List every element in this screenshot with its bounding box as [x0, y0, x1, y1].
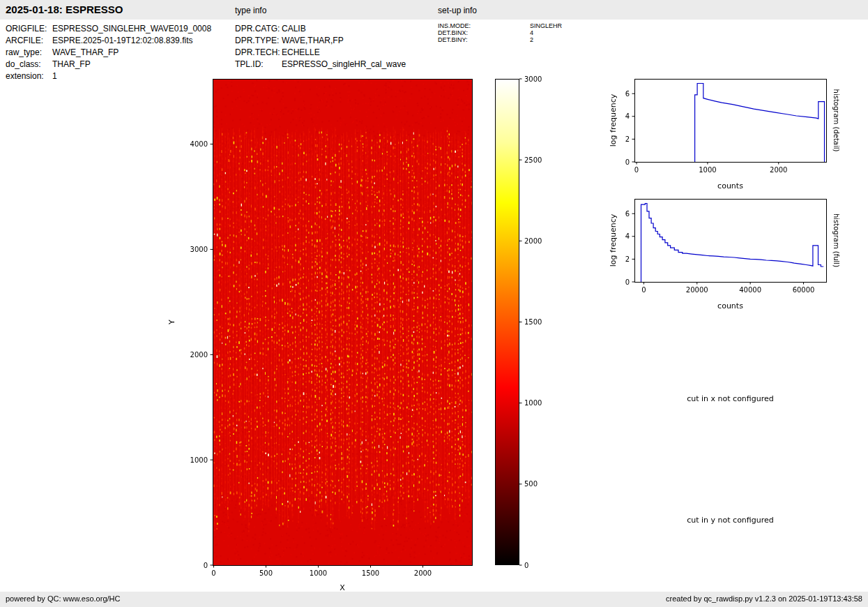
hist_full-x-tick-label: 0 — [641, 286, 646, 294]
hist_full-x-axis-label: counts — [717, 301, 743, 310]
file-info-block: ORIGFILE:ESPRESSO_SINGLEHR_WAVE019_0008 … — [6, 23, 211, 82]
hist_detail-right-label: histogram (detail) — [832, 89, 840, 152]
hist_detail-x-tick-label: 2000 — [770, 166, 787, 174]
header-bar: 2025-01-18: ESPRESSO type info set-up in… — [0, 0, 868, 20]
field-label: ARCFILE: — [6, 35, 52, 47]
type-info-row: TPL.ID:ESPRESSO_singleHR_cal_wave — [235, 59, 406, 70]
hist_full-right-label: histogram (full) — [832, 213, 840, 267]
setup-info-heading: set-up info — [438, 6, 477, 15]
hist_detail-line — [695, 84, 825, 163]
hist_full-y-tick-label: 0 — [625, 278, 630, 286]
hist_detail-frame — [635, 80, 827, 163]
raw_image-y-axis-label: Y — [167, 320, 176, 325]
cut-x-message: cut in x not configured — [634, 394, 826, 403]
raw_image-x-tick-label: 2000 — [414, 569, 432, 577]
field-label: DET.BINX: — [438, 29, 530, 36]
setup-info-row: DET.BINY:2 — [438, 36, 562, 43]
field-value: 4 — [530, 29, 533, 36]
field-label: raw_type: — [6, 47, 52, 59]
field-value: SINGLEHR — [530, 22, 562, 29]
footer-right: created by qc_rawdisp.py v1.2.3 on 2025-… — [666, 594, 862, 603]
hist_full-y-axis-label: log frequency — [609, 213, 618, 267]
colorbar-tick-label: 1500 — [524, 318, 542, 326]
field-value: CALIB — [282, 24, 306, 33]
field-label: DPR.TECH: — [235, 47, 282, 59]
field-value: 2 — [530, 36, 533, 43]
hist_full-x-tick-label: 20000 — [686, 286, 708, 294]
hist_full-frame — [635, 200, 827, 283]
field-value: WAVE,THAR,FP — [282, 36, 344, 45]
colorbar — [495, 79, 519, 565]
raw_image-y-tick-label: 3000 — [190, 246, 208, 253]
hist_full-y-tick-label: 6 — [625, 210, 630, 218]
field-label: DPR.TYPE: — [235, 35, 282, 47]
colorbar-tick-label: 2000 — [524, 237, 542, 245]
type-info-row: DPR.CATG:CALIB — [235, 23, 406, 35]
colorbar-tick-label: 500 — [524, 480, 538, 488]
raw_image-y-tick-label: 1000 — [190, 456, 208, 464]
hist_detail-x-tick-label: 1000 — [699, 166, 716, 174]
hist_detail-y-tick-label: 4 — [625, 112, 630, 120]
hist_full-line — [641, 204, 824, 283]
file-info-row: ORIGFILE:ESPRESSO_SINGLEHR_WAVE019_0008 — [6, 23, 211, 35]
field-value: ESPRESSO_singleHR_cal_wave — [282, 59, 406, 69]
raw_image-y-tick-label: 2000 — [190, 351, 208, 359]
setup-info-row: DET.BINX:4 — [438, 29, 562, 36]
raw_image-y-tick-label: 0 — [204, 562, 208, 569]
hist_detail-x-axis-label: counts — [717, 181, 743, 190]
colorbar-tick-label: 3000 — [524, 75, 542, 83]
setup-info-row: INS.MODE:SINGLEHR — [438, 22, 562, 29]
hist_detail-y-axis-label: log frequency — [609, 93, 618, 147]
page-title: 2025-01-18: ESPRESSO — [6, 3, 123, 15]
raw_image-x-tick-label: 1500 — [362, 569, 379, 577]
field-value: 1 — [52, 71, 57, 81]
type-info-row: DPR.TECH:ECHELLE — [235, 47, 406, 59]
file-info-row: extension:1 — [6, 70, 211, 82]
field-value: ESPRE.2025-01-19T12:02:08.839.fits — [52, 36, 192, 45]
field-value: WAVE_THAR_FP — [52, 47, 119, 57]
field-label: do_class: — [6, 59, 52, 70]
field-label: TPL.ID: — [235, 59, 282, 70]
file-info-row: do_class:THAR_FP — [6, 59, 211, 70]
hist_detail-x-tick-label: 0 — [634, 166, 639, 174]
hist_full-x-tick-label: 60000 — [793, 286, 815, 294]
type-info-heading: type info — [235, 6, 266, 15]
setup-info-block: INS.MODE:SINGLEHR DET.BINX:4 DET.BINY:2 — [438, 22, 562, 43]
hist_full-x-tick-label: 40000 — [739, 286, 761, 294]
colorbar-tick-label: 0 — [524, 562, 528, 569]
field-value: ESPRESSO_SINGLEHR_WAVE019_0008 — [52, 24, 211, 33]
field-label: INS.MODE: — [438, 22, 530, 29]
raw_image-x-tick-label: 500 — [259, 569, 273, 577]
hist_full-y-tick-label: 2 — [625, 255, 630, 263]
footer-bar: powered by QC: www.eso.org/HC created by… — [0, 592, 868, 607]
field-label: ORIGFILE: — [6, 23, 52, 35]
footer-left: powered by QC: www.eso.org/HC — [6, 594, 120, 603]
raw_image-x-tick-label: 1000 — [310, 569, 327, 577]
hist_detail-y-tick-label: 6 — [625, 90, 630, 98]
field-value: THAR_FP — [52, 59, 91, 69]
type-info-row: DPR.TYPE:WAVE,THAR,FP — [235, 35, 406, 47]
type-info-block: DPR.CATG:CALIB DPR.TYPE:WAVE,THAR,FP DPR… — [235, 23, 406, 70]
hist_detail-y-tick-label: 0 — [625, 158, 630, 166]
colorbar-tick-label: 2500 — [524, 156, 542, 164]
raw_image-y-tick-label: 4000 — [190, 140, 208, 148]
file-info-row: raw_type:WAVE_THAR_FP — [6, 47, 211, 59]
field-label: DPR.CATG: — [235, 23, 282, 35]
cut-y-message: cut in y not configured — [634, 516, 826, 525]
raw_image-x-tick-label: 0 — [211, 569, 215, 577]
qc-report-page: 2025-01-18: ESPRESSO type info set-up in… — [0, 0, 868, 607]
hist_full-y-tick-label: 4 — [625, 232, 630, 240]
field-label: DET.BINY: — [438, 36, 530, 43]
raw-image-canvas — [213, 79, 472, 565]
file-info-row: ARCFILE:ESPRE.2025-01-19T12:02:08.839.fi… — [6, 35, 211, 47]
colorbar-tick-label: 1000 — [524, 399, 542, 407]
field-value: ECHELLE — [282, 47, 320, 57]
hist_detail-y-tick-label: 2 — [625, 135, 630, 143]
field-label: extension: — [6, 70, 52, 82]
